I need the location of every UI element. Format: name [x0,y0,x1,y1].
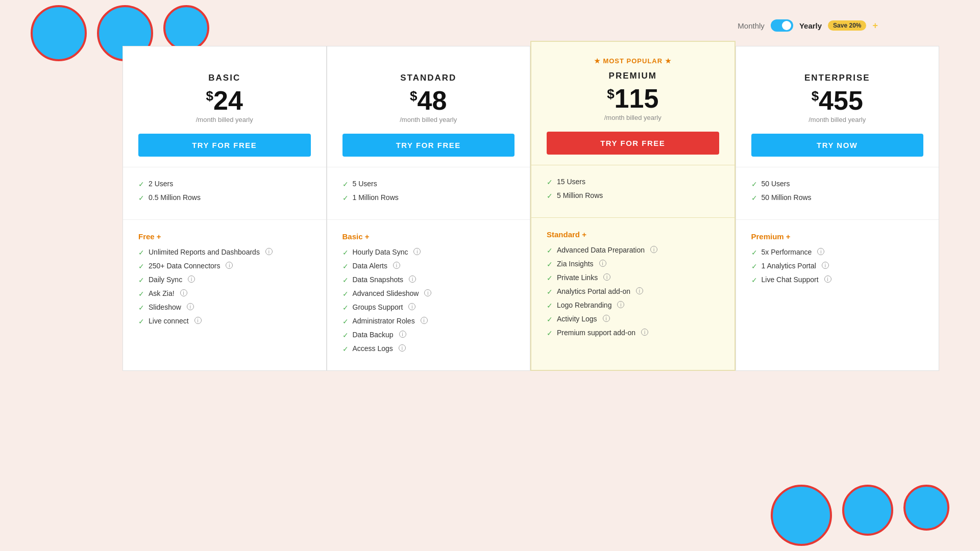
standard-users-section: ✓ 5 Users ✓ 1 Million Rows [327,167,530,220]
enterprise-users-section: ✓ 50 Users ✓ 50 Million Rows [736,167,939,220]
info-icon[interactable]: i [180,289,187,296]
circle-4 [771,485,832,546]
info-icon[interactable]: i [187,303,194,310]
premium-features-section: Standard + ✓ Advanced Data Preparation i… [531,218,734,355]
check-icon: ✓ [138,276,144,284]
enterprise-users: ✓ 50 Users [751,180,924,188]
plan-premium: ★ MOST POPULAR ★ PREMIUM $115 /month bil… [530,41,736,371]
check-icon: ✓ [138,248,144,257]
std-feat-6: ✓ Data Backup i [342,331,515,339]
prem-feat-1: ✓ Zia Insights i [547,260,719,268]
check-icon: ✓ [342,262,349,270]
info-icon[interactable]: i [413,248,421,255]
check-icon: ✓ [547,274,553,282]
check-icon: ✓ [342,304,349,312]
info-icon[interactable]: i [617,301,624,308]
std-feat-1: ✓ Data Alerts i [342,262,515,270]
basic-price: $24 [138,87,311,114]
toggle-switch[interactable] [771,19,793,32]
info-icon[interactable]: i [408,303,415,310]
premium-users-section: ✓ 15 Users ✓ 5 Million Rows [531,165,734,218]
enterprise-rows: ✓ 50 Million Rows [751,193,924,202]
basic-feat-2: ✓ Daily Sync i [138,276,311,284]
premium-billing: /month billed yearly [547,114,719,121]
info-icon[interactable]: i [194,317,202,324]
check-icon: ✓ [751,180,757,188]
basic-feat-3: ✓ Ask Zia! i [138,289,311,298]
info-icon[interactable]: i [399,344,406,352]
prem-feat-0: ✓ Advanced Data Preparation i [547,246,719,255]
enterprise-price: $455 [751,87,924,114]
basic-feat-1: ✓ 250+ Data Connectors i [138,262,311,270]
info-icon[interactable]: i [393,262,400,269]
enterprise-features-section: Premium + ✓ 5x Performance i ✓ 1 Analyti… [736,220,939,302]
standard-price: $48 [342,87,515,114]
info-icon[interactable]: i [817,248,824,255]
info-icon[interactable]: i [409,276,416,283]
enterprise-cta-button[interactable]: TRY NOW [751,134,924,157]
standard-users: ✓ 5 Users [342,180,515,188]
info-icon[interactable]: i [822,262,829,269]
ent-feat-0: ✓ 5x Performance i [751,248,924,257]
basic-plan-name: BASIC [138,73,311,83]
plan-basic: BASIC $24 /month billed yearly TRY FOR F… [122,46,327,371]
check-icon: ✓ [342,290,349,298]
yearly-label: Yearly [799,21,822,30]
monthly-label: Monthly [738,21,765,30]
premium-cta-button[interactable]: TRY FOR FREE [547,132,719,155]
toggle-knob [782,21,791,30]
basic-users: ✓ 2 Users [138,180,311,188]
prem-feat-5: ✓ Activity Logs i [547,315,719,323]
prem-feat-3: ✓ Analytics Portal add-on i [547,287,719,296]
premium-header: ★ MOST POPULAR ★ PREMIUM $115 /month bil… [531,42,734,165]
check-icon: ✓ [138,317,144,325]
info-icon[interactable]: i [421,317,428,324]
circle-3 [163,5,209,51]
circle-5 [842,485,893,536]
basic-billing: /month billed yearly [138,116,311,123]
info-icon[interactable]: i [603,315,610,322]
std-feat-7: ✓ Access Logs i [342,344,515,353]
info-icon[interactable]: i [424,289,431,296]
plan-standard: STANDARD $48 /month billed yearly TRY FO… [327,46,531,371]
check-icon: ✓ [751,248,757,257]
info-icon[interactable]: i [650,246,657,253]
enterprise-section-label: Premium + [751,232,924,241]
circle-6 [903,485,949,531]
basic-feat-4: ✓ Slideshow i [138,303,311,312]
basic-header: BASIC $24 /month billed yearly TRY FOR F… [123,46,326,167]
premium-plan-name: PREMIUM [547,71,719,81]
info-icon[interactable]: i [824,276,831,283]
basic-features-section: Free + ✓ Unlimited Reports and Dashboard… [123,220,326,343]
check-icon: ✓ [547,260,553,268]
check-icon: ✓ [342,248,349,257]
std-feat-0: ✓ Hourly Data Sync i [342,248,515,257]
save-badge: Save 20% [828,20,866,31]
standard-cta-button[interactable]: TRY FOR FREE [342,134,515,157]
circle-1 [31,5,87,61]
check-icon: ✓ [138,194,144,202]
std-feat-5: ✓ Administrator Roles i [342,317,515,325]
check-icon: ✓ [547,178,553,186]
check-icon: ✓ [342,194,349,202]
basic-cta-button[interactable]: TRY FOR FREE [138,134,311,157]
info-icon[interactable]: i [641,329,648,336]
basic-feat-0: ✓ Unlimited Reports and Dashboards i [138,248,311,257]
info-icon[interactable]: i [188,276,195,283]
page-wrapper: Monthly Yearly Save 20% + BASIC $24 /mon… [0,0,980,551]
check-icon: ✓ [342,276,349,284]
standard-rows: ✓ 1 Million Rows [342,193,515,202]
info-icon[interactable]: i [636,287,643,294]
std-feat-2: ✓ Data Snapshots i [342,276,515,284]
check-icon: ✓ [342,331,349,339]
check-icon: ✓ [547,192,553,200]
info-icon[interactable]: i [603,273,610,281]
info-icon[interactable]: i [265,248,273,255]
decorative-circles-bottom [771,485,949,546]
info-icon[interactable]: i [226,262,233,269]
check-icon: ✓ [342,345,349,353]
info-icon[interactable]: i [599,260,606,267]
info-icon[interactable]: i [399,331,406,338]
check-icon: ✓ [138,304,144,312]
check-icon: ✓ [751,194,757,202]
